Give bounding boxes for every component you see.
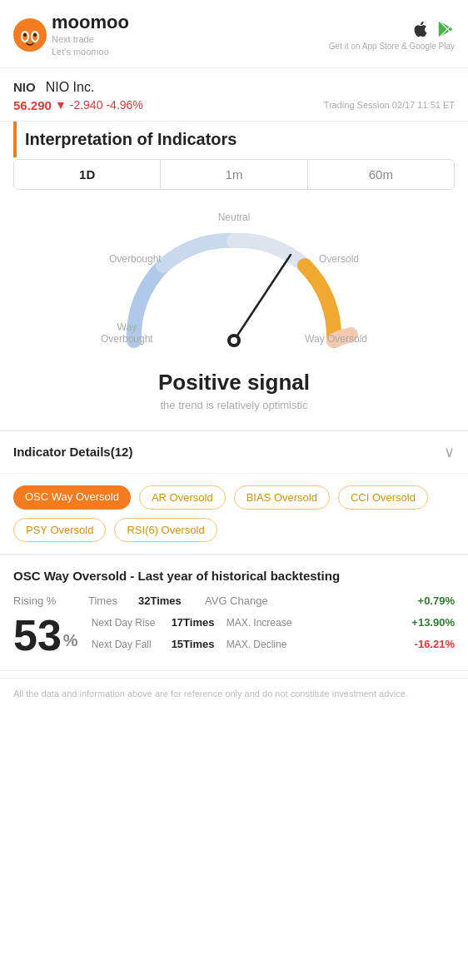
- tags-section: OSC Way Oversold AR Oversold BIAS Overso…: [0, 474, 468, 554]
- stats-row-1: Rising % Times 32Times AVG Change +0.79%: [13, 594, 455, 607]
- store-links[interactable]: Get it on App Store & Google Play: [329, 20, 455, 51]
- google-play-icon[interactable]: [436, 20, 455, 38]
- store-text: Get it on App Store & Google Play: [329, 42, 455, 51]
- next-day-fall-val: 15Times: [172, 638, 222, 650]
- stock-price: 56.290: [13, 98, 52, 112]
- price-change: -2.940: [70, 98, 103, 112]
- apple-icon[interactable]: [411, 20, 430, 38]
- svg-point-0: [13, 18, 47, 52]
- svg-point-9: [231, 337, 237, 344]
- svg-point-6: [33, 33, 37, 37]
- header-tagline: Next trade Let's moomoo: [52, 33, 129, 59]
- price-change-pct: -4.96%: [106, 98, 142, 112]
- gauge-svg-wrap: Neutral Overbought Oversold Way Overboug…: [92, 203, 376, 370]
- next-day-rise-val: 17Times: [172, 616, 222, 629]
- section-title-wrap: Interpretation of Indicators: [0, 122, 468, 157]
- price-left: 56.290 ▼ -2.940 -4.96%: [13, 98, 143, 112]
- tag-psy-oversold[interactable]: PSY Oversold: [13, 518, 106, 542]
- big-pct-box: 53 %: [13, 614, 78, 657]
- signal-desc: the trend is relatively optimistic: [160, 399, 307, 411]
- indicator-details-header[interactable]: Indicator Details(12) ∨: [0, 430, 468, 474]
- price-down-arrow-icon: ▼: [55, 98, 67, 112]
- times-label: Times: [88, 594, 138, 607]
- signal-label: Positive signal: [158, 370, 310, 395]
- indicator-details-title: Indicator Details(12): [13, 445, 132, 459]
- big-pct-num: 53: [13, 614, 62, 657]
- timeframe-tabs: 1D 1m 60m: [13, 159, 455, 190]
- max-decline-label: MAX. Decline: [227, 639, 400, 650]
- store-icons-row: [411, 20, 455, 38]
- logo-text-group: moomoo Next trade Let's moomoo: [52, 12, 129, 59]
- tag-bias-oversold[interactable]: BIAS Oversold: [234, 485, 330, 510]
- tag-ar-oversold[interactable]: AR Oversold: [139, 485, 226, 510]
- stock-info: NIO NIO Inc. 56.290 ▼ -2.940 -4.96% Trad…: [0, 68, 468, 121]
- backtesting-section: OSC Way Oversold - Last year of historic…: [0, 555, 468, 670]
- stock-name-row: NIO NIO Inc.: [13, 80, 455, 95]
- next-day-fall-label: Next Day Fall: [92, 639, 167, 650]
- gauge-way-oversold-label: Way Oversold: [305, 333, 367, 345]
- section-title: Interpretation of Indicators: [13, 122, 468, 157]
- backtesting-divider: [0, 670, 468, 671]
- gauge-container: Neutral Overbought Oversold Way Overboug…: [0, 203, 468, 430]
- rising-pct-label: Rising %: [13, 594, 88, 607]
- trading-session: Trading Session 02/17 11:51 ET: [324, 100, 455, 110]
- logo-text: moomoo: [52, 12, 129, 33]
- next-day-fall-row: Next Day Fall 15Times MAX. Decline -16.2…: [92, 638, 455, 650]
- stock-name: NIO Inc.: [46, 80, 95, 95]
- stock-ticker: NIO: [13, 80, 36, 94]
- gauge-svg: [92, 203, 376, 370]
- tag-osc-way-oversold[interactable]: OSC Way Oversold: [13, 485, 131, 510]
- big-pct-sign: %: [63, 631, 78, 650]
- next-day-rise-label: Next Day Rise: [92, 617, 167, 629]
- tab-1d[interactable]: 1D: [14, 160, 161, 189]
- stock-price-row: 56.290 ▼ -2.940 -4.96% Trading Session 0…: [13, 98, 455, 112]
- tagline-line2: Let's moomoo: [52, 46, 129, 58]
- chevron-down-icon: ∨: [444, 443, 455, 461]
- tag-rsi6-oversold[interactable]: RSI(6) Oversold: [114, 518, 217, 542]
- header: moomoo Next trade Let's moomoo Get it on…: [0, 0, 468, 67]
- avg-change-label: AVG Change: [205, 594, 405, 607]
- backtesting-title: OSC Way Oversold - Last year of historic…: [13, 569, 455, 583]
- disclaimer: All the data and information above are f…: [0, 678, 468, 715]
- max-decline-val: -16.21%: [405, 638, 455, 650]
- svg-point-5: [23, 33, 27, 37]
- tagline-line1: Next trade: [52, 33, 129, 46]
- gauge-overbought-label: Overbought: [109, 253, 162, 265]
- gauge-oversold-label: Oversold: [319, 253, 359, 265]
- avg-change-val: +0.79%: [405, 594, 455, 607]
- big-pct-row: 53 % Next Day Rise 17Times MAX. Increase…: [13, 614, 455, 657]
- max-increase-label: MAX. Increase: [227, 617, 400, 629]
- svg-line-7: [234, 255, 291, 341]
- next-day-rise-row: Next Day Rise 17Times MAX. Increase +13.…: [92, 616, 455, 629]
- logo-area: moomoo Next trade Let's moomoo: [13, 12, 129, 59]
- max-increase-val: +13.90%: [405, 616, 455, 629]
- tag-cci-oversold[interactable]: CCI Oversold: [338, 485, 428, 510]
- big-pct-sub: Next Day Rise 17Times MAX. Increase +13.…: [92, 614, 455, 657]
- tab-1m[interactable]: 1m: [161, 160, 307, 189]
- moomoo-logo-icon: [13, 18, 47, 52]
- gauge-way-overbought-label: Way Overbought: [101, 321, 153, 345]
- tab-60m[interactable]: 60m: [308, 160, 454, 189]
- times-val: 32Times: [138, 594, 205, 607]
- gauge-neutral-label: Neutral: [218, 211, 251, 223]
